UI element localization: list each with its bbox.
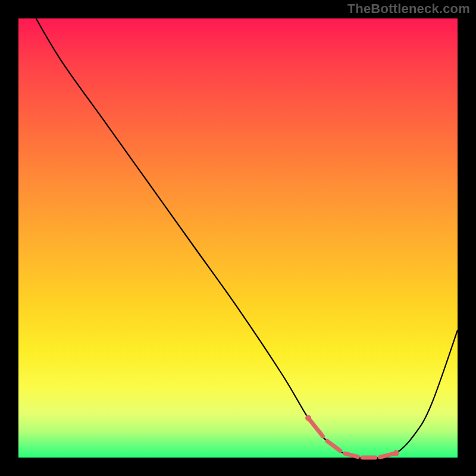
plot-area: [18, 18, 458, 458]
optimal-range-segment: [345, 453, 358, 456]
optimal-range-endpoint: [305, 415, 311, 421]
chart-frame: TheBottleneck.com: [0, 0, 476, 476]
bottleneck-curve: [36, 18, 458, 458]
optimal-range-segment: [380, 454, 393, 457]
watermark-text: TheBottleneck.com: [347, 1, 470, 17]
optimal-range-endpoint: [393, 450, 399, 456]
chart-svg: [18, 18, 458, 458]
optimal-range-marker: [305, 415, 399, 458]
optimal-range-segment: [327, 441, 340, 450]
optimal-range-segment: [309, 420, 322, 436]
